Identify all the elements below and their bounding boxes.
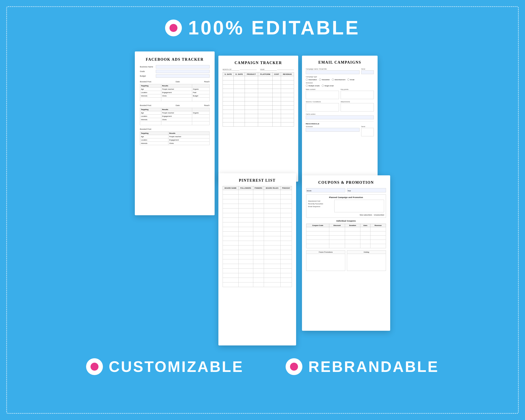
organic-cell: Organic [192,88,209,91]
attachments-label: Attachments [341,101,374,103]
campaign-name-group: Campaign name / Email title [306,68,359,74]
reach-col [192,84,209,88]
key-points-label: Key points [341,88,374,90]
holiday-title: Holiday [347,251,386,254]
multiple-emails-checkbox[interactable] [306,85,308,87]
email-doc: EMAIL CAMPAIGNS Campaign name / Email ti… [302,56,378,182]
boosted-section-1: Boosted Post: Date: Reach Targeting Resu… [140,81,210,102]
rebrandable-label: REBRANDABLE [308,358,439,375]
cta-section: Call to action [306,113,374,119]
month-input[interactable]: Month [306,188,345,192]
campaign-header: MONTH OF YEAR [223,68,294,71]
boosted-section-2: Boosted Post: Date: Reach Targeting Resu… [140,104,210,125]
tracking-table-2: Targeting Results Age People reached Org… [140,108,210,125]
results-header: Results [161,84,192,88]
subscriber-stats: New subscribers Unsubscribed [308,214,384,216]
planned-notes[interactable] [334,200,384,212]
reschedule-send-input[interactable] [361,128,374,136]
campaign-doc: CAMPAIGN TRACKER MONTH OF YEAR S. DATE E… [218,56,298,182]
reach-label-2: Reach [204,104,210,106]
year-input[interactable]: Year [347,188,386,192]
automation-checkbox[interactable] [306,79,308,81]
campaign-name-row: Campaign name / Email title Send [306,68,374,74]
boosted-section-3: Boosted Post: Targeting Results Age Peop… [140,128,210,145]
header: 100% EDITABLE [0,0,525,39]
attachments-input[interactable] [341,103,374,112]
send-label: Send [361,68,374,70]
advertisement-checkbox[interactable] [332,79,334,81]
individual-coupon-table: Coupon Code Discount Duration Uses Reven… [306,224,386,248]
reschedule-schedule-label: Schedule [306,126,359,128]
newsletter-checkbox[interactable] [319,79,321,81]
coupons-doc: COUPONS & PROMOTION Month Year Planned C… [302,175,390,331]
future-promos-section: Future Promotions Holiday [306,250,386,271]
main-content-group: Main content [306,88,339,99]
main-content-label: Main content [306,88,339,90]
holiday-box: Holiday [347,250,386,271]
future-promos-box: Future Promotions [306,250,345,271]
reach-label-1: Reach [204,81,210,83]
month-field: Month [306,188,345,192]
tracking-table-3: Targeting Results Age People reached Loc… [140,131,210,145]
attachments-group: Attachments [341,101,374,112]
year-label: Year [347,189,351,192]
newsletter-option: Newsletter [319,79,330,81]
campaign-type-label: Campaign type [306,76,374,78]
coupons-title: COUPONS & PROMOTION [306,180,386,185]
new-subscribers-label: New subscribers [360,214,372,216]
schedule-label: Schedule [306,82,374,84]
budget-row: Budget [140,74,210,78]
people-reached-cell: People reached [161,88,192,91]
send-group: Send [361,68,374,74]
boosted-label-1: Boosted Post: [140,81,152,83]
goals-input[interactable] [156,70,210,73]
reschedule-schedule-input[interactable] [306,128,359,132]
email-sequence: Email Sequence [308,205,333,208]
customizable-circle [86,358,103,375]
budget-input[interactable] [156,74,210,78]
budget-label: Budget [140,75,155,77]
key-points-input[interactable] [341,91,374,99]
business-name-row: Business Name [140,65,210,68]
month-label: Month [306,189,312,192]
conditions-row: Send to / Conditions Attachments [306,101,374,112]
header-circle-icon [165,19,182,36]
schedule-options: Multiple emails Single email [306,85,374,87]
goals-row: Goals [140,70,210,73]
main-content-input[interactable] [306,91,339,99]
year-field: Year [347,188,386,192]
campaign-name-input[interactable] [306,70,359,74]
planned-section: Planned Campaign and Promotion Abandoned… [306,195,386,218]
rebrandable-circle [286,358,302,375]
date-label-1: Date: [176,81,180,83]
age-cell: Age [140,88,161,91]
automation-option: Automation [306,79,317,81]
send-input[interactable] [361,70,374,74]
boosted-label-2: Boosted Post: [140,104,152,106]
customizable-label: CUSTOMIZABLE [109,358,244,375]
location-cell: Location [140,91,161,94]
targeting-header: Targeting [140,84,161,88]
tracking-table-1: Targeting Results Age People reached Org… [140,84,210,102]
single-email-checkbox[interactable] [322,85,324,87]
single-email-option: Single email [322,85,334,87]
holiday-content[interactable] [347,254,386,271]
campaign-type-options: Automation Newsletter Advertisement Emai… [306,79,374,81]
cta-label: Call to action [306,113,374,115]
campaign-table: S. DATE E. DATE PRODUCT PLATFORM COST RE… [223,72,294,127]
individual-title: Individual Coupons [306,220,386,222]
send-conditions-input[interactable] [306,103,339,112]
send-conditions-label: Send to / Conditions [306,101,339,103]
email-checkbox[interactable] [347,79,349,81]
cta-input[interactable] [306,115,374,119]
reschedule-title: RESCHEDULE [306,123,374,125]
pinterest-title: PINTEREST LIST [223,178,292,183]
planned-content: Abandoned Cart Recently Favourited Email… [308,200,384,212]
future-promos-content[interactable] [306,254,345,271]
business-name-input[interactable] [156,65,210,68]
future-promos-title: Future Promotions [306,251,345,254]
budget-cell: Budget [192,94,209,98]
campaign-title: CAMPAIGN TRACKER [223,61,294,65]
campaign-name-label: Campaign name / Email title [306,68,359,70]
engagement-cell: Engagement [161,91,192,94]
